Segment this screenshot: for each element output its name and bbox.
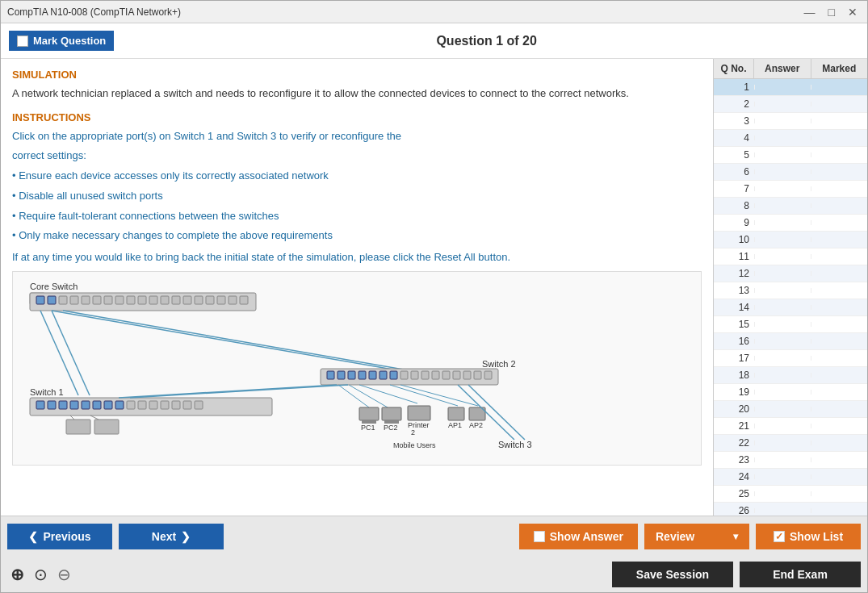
sidebar-row[interactable]: 15 — [714, 316, 867, 333]
svg-rect-79 — [448, 407, 464, 420]
svg-rect-29 — [48, 401, 56, 409]
sidebar-row[interactable]: 11 — [714, 248, 867, 265]
minimize-button[interactable]: — — [801, 6, 819, 19]
sidebar-row[interactable]: 6 — [714, 164, 867, 181]
end-exam-label: End Exam — [773, 568, 828, 581]
mark-question-button[interactable]: Mark Question — [9, 31, 114, 51]
sidebar-answer — [754, 271, 811, 276]
sidebar-answer — [754, 152, 811, 157]
sidebar-row[interactable]: 9 — [714, 215, 867, 232]
review-label: Review — [656, 530, 694, 543]
svg-rect-36 — [127, 401, 135, 409]
sidebar-qno: 23 — [714, 452, 754, 468]
svg-line-85 — [458, 385, 514, 440]
sidebar-row[interactable]: 19 — [714, 384, 867, 401]
sidebar-row[interactable]: 12 — [714, 265, 867, 282]
svg-rect-16 — [183, 296, 191, 304]
sidebar-qno: 11 — [714, 248, 754, 265]
svg-rect-73 — [382, 407, 401, 420]
sidebar-row[interactable]: 18 — [714, 367, 867, 384]
svg-rect-76 — [408, 406, 430, 420]
sidebar-row[interactable]: 24 — [714, 469, 867, 486]
previous-label: Previous — [43, 530, 90, 543]
zoom-normal-button[interactable]: ⊙ — [31, 563, 51, 586]
end-exam-button[interactable]: End Exam — [740, 562, 861, 587]
mark-question-label: Mark Question — [33, 35, 106, 47]
sidebar-qno: 20 — [714, 401, 754, 417]
content-area: SIMULATION A network technician replaced… — [1, 59, 714, 516]
svg-rect-64 — [484, 371, 492, 379]
svg-rect-63 — [474, 371, 481, 379]
sidebar-row[interactable]: 23 — [714, 452, 867, 469]
svg-rect-50 — [338, 371, 345, 379]
svg-rect-30 — [59, 401, 67, 409]
sidebar-marked — [811, 474, 867, 479]
svg-text:Switch 3: Switch 3 — [498, 440, 532, 449]
sidebar-qno: 2 — [714, 96, 754, 112]
sidebar-row[interactable]: 3 — [714, 113, 867, 130]
previous-button[interactable]: ❮ Previous — [7, 524, 112, 549]
sidebar-row[interactable]: 5 — [714, 147, 867, 164]
sidebar-row[interactable]: 10 — [714, 232, 867, 248]
svg-rect-3 — [36, 296, 44, 304]
next-button[interactable]: Next ❯ — [119, 524, 224, 549]
zoom-in-button[interactable]: ⊕ — [7, 562, 27, 587]
sidebar-answer — [754, 220, 811, 225]
sidebar-marked — [811, 305, 867, 310]
svg-rect-6 — [70, 296, 78, 304]
sidebar-row[interactable]: 7 — [714, 181, 867, 198]
sidebar-header: Q No. Answer Marked — [714, 59, 867, 79]
bottom-row2: ⊕ ⊙ ⊖ Save Session End Exam — [1, 557, 867, 592]
svg-rect-49 — [327, 371, 334, 379]
sidebar-marked — [811, 102, 867, 106]
svg-rect-28 — [36, 401, 44, 409]
sidebar-marked — [811, 288, 867, 293]
sidebar-row[interactable]: 22 — [714, 435, 867, 452]
zoom-out-button[interactable]: ⊖ — [54, 563, 74, 586]
sidebar-row[interactable]: 25 — [714, 486, 867, 503]
svg-rect-33 — [93, 401, 101, 409]
sidebar-row[interactable]: 14 — [714, 299, 867, 316]
sidebar-row[interactable]: 16 — [714, 333, 867, 350]
sidebar-answer — [754, 356, 811, 361]
svg-rect-41 — [183, 401, 191, 409]
instruction-main2: correct settings: — [12, 148, 702, 165]
show-answer-button[interactable]: Show Answer — [519, 524, 638, 549]
show-list-button[interactable]: ✓ Show List — [756, 524, 861, 549]
sidebar-qno: 16 — [714, 333, 754, 349]
sidebar-row[interactable]: 2 — [714, 96, 867, 113]
zoom-in-icon: ⊕ — [10, 566, 24, 583]
sidebar-row[interactable]: 13 — [714, 282, 867, 299]
sidebar-list[interactable]: 1 2 3 4 5 6 7 8 9 10 11 — [714, 79, 867, 516]
maximize-button[interactable]: □ — [825, 6, 838, 19]
svg-rect-13 — [149, 296, 157, 304]
svg-rect-34 — [104, 401, 112, 409]
review-button[interactable]: Review ▾ — [644, 524, 749, 549]
simulation-label: SIMULATION — [12, 69, 702, 81]
sidebar-marked — [811, 136, 867, 140]
sidebar-answer — [754, 491, 811, 496]
sidebar-marked — [811, 339, 867, 344]
close-button[interactable]: ✕ — [845, 6, 861, 19]
sidebar-row[interactable]: 20 — [714, 401, 867, 418]
svg-rect-32 — [82, 401, 90, 409]
sidebar-marked — [811, 119, 867, 123]
toolbar: Mark Question Question 1 of 20 — [1, 23, 867, 59]
sidebar-row[interactable]: 1 — [714, 79, 867, 96]
save-session-button[interactable]: Save Session — [612, 562, 733, 587]
sidebar-row[interactable]: 4 — [714, 130, 867, 147]
sidebar-row[interactable]: 17 — [714, 350, 867, 367]
sidebar-row[interactable]: 26 — [714, 503, 867, 516]
sidebar-answer — [754, 373, 811, 378]
sidebar-marked — [811, 356, 867, 361]
sidebar-row[interactable]: 8 — [714, 198, 867, 215]
svg-rect-4 — [48, 296, 56, 304]
answer-header: Answer — [754, 59, 811, 78]
svg-rect-61 — [453, 371, 460, 379]
network-diagram[interactable]: Core Switch — [12, 271, 702, 466]
sidebar-marked — [811, 85, 867, 90]
sidebar-row[interactable]: 21 — [714, 418, 867, 435]
bottom-bar: ❮ Previous Next ❯ Show Answer Review ▾ ✓… — [1, 516, 867, 592]
main-area: SIMULATION A network technician replaced… — [1, 59, 867, 516]
svg-line-23 — [52, 311, 90, 395]
